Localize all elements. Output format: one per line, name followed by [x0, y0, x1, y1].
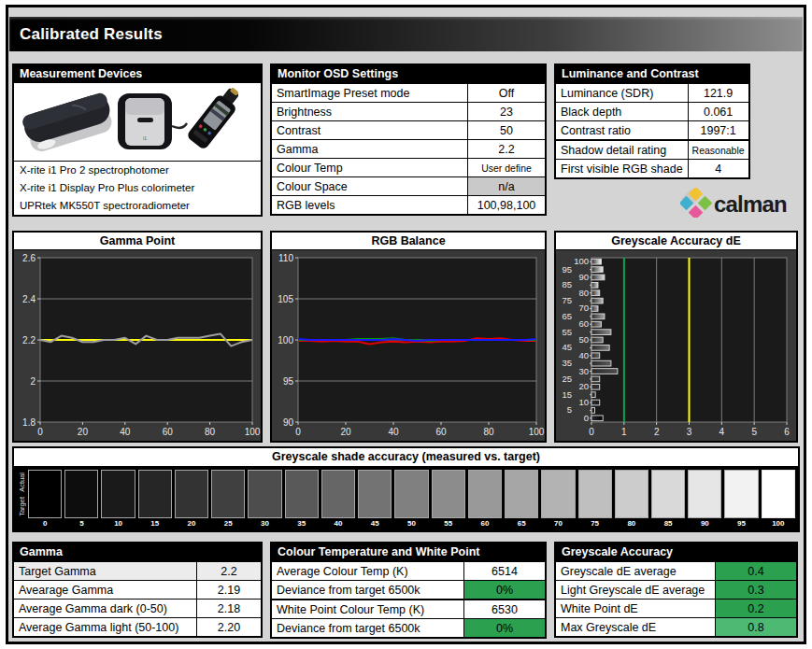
row-label: SmartImage Preset mode [272, 84, 467, 102]
greyscale-de-chart-title: Greyscale Accuracy dE [556, 233, 796, 250]
greyscale-strip: Actual Target 05101520253035404550556065… [14, 467, 798, 530]
row-value: 0.2 [715, 600, 796, 617]
table-row: Average Colour Temp (K)6514 [272, 561, 545, 580]
row-value: 0.8 [715, 618, 796, 636]
row-label: Light Greyscale dE average [556, 581, 715, 599]
svg-text:65: 65 [562, 311, 572, 321]
greyscale-patch-5: 5 [64, 470, 98, 529]
row-label: Shadow detail rating [556, 141, 688, 159]
svg-text:0: 0 [584, 413, 589, 423]
table-row: First visible RGB shade4 [556, 159, 748, 177]
patch-swatch [394, 470, 428, 518]
svg-text:40: 40 [388, 427, 399, 437]
row-label: Deviance from target 6500k [272, 581, 463, 599]
patch-swatch [248, 470, 281, 518]
rgb-balance-chart-title: RGB Balance [272, 233, 545, 250]
i1display-device-icon: i1 [118, 93, 187, 149]
svg-text:2: 2 [654, 427, 660, 437]
greyscale-patch-80: 80 [615, 470, 648, 529]
row-label: Average Colour Temp (K) [272, 562, 463, 580]
greyscale-patch-90: 90 [688, 470, 721, 529]
gamma-point-chart-panel: Gamma Point 1.822.22.42.6020406080100 [12, 231, 263, 443]
de-bar-80 [591, 290, 600, 296]
svg-text:0: 0 [589, 427, 594, 437]
row-label: Colour Temp [272, 159, 467, 176]
row-value: 2.2 [467, 140, 545, 158]
de-bar-35 [591, 360, 611, 366]
greyscale-accuracy-de-svg: 0123456051015202530354045505560657075808… [556, 250, 796, 441]
svg-text:100: 100 [529, 427, 545, 437]
greyscale-patch-15: 15 [138, 470, 172, 529]
de-bar-75 [591, 298, 603, 303]
de-bar-0 [591, 416, 603, 421]
row-value: 0% [463, 581, 545, 599]
de-bar-45 [591, 346, 609, 351]
greyscale-strip-panel: Greyscale shade accuracy (measured vs. t… [12, 446, 800, 532]
de-bar-50 [591, 337, 603, 343]
row-value: 0.061 [688, 103, 748, 120]
patch-swatch [505, 470, 538, 518]
patch-swatch [578, 470, 612, 518]
row-label: Brightness [272, 103, 467, 120]
row-value: 23 [467, 103, 545, 120]
patch-swatch [762, 470, 795, 518]
strip-row-labels: Actual Target [16, 470, 28, 518]
svg-text:1: 1 [621, 427, 627, 437]
de-bar-20 [591, 384, 600, 389]
svg-text:55: 55 [562, 327, 572, 337]
gamma-point-svg: 1.822.22.42.6020406080100 [14, 250, 261, 441]
row-label: Gamma [272, 140, 467, 158]
strip-target-label: Target [16, 497, 28, 516]
row-label: Contrast ratio [556, 121, 688, 139]
patch-value-label: 45 [358, 518, 392, 529]
colour-temp-panel: Colour Temperature and White Point Avera… [270, 542, 547, 639]
svg-text:90: 90 [578, 272, 589, 282]
patch-value-label: 0 [28, 518, 62, 529]
report-page: Calibrated Results Measurement Devices [6, 5, 806, 644]
row-label: Average Gamma dark (0-50) [14, 600, 196, 617]
patch-swatch [724, 470, 758, 518]
svg-text:4: 4 [719, 427, 725, 437]
de-bar-95 [591, 267, 603, 273]
greyscale-patch-0: 0 [28, 470, 62, 529]
measurement-devices-header: Measurement Devices [14, 65, 261, 83]
device-name: UPRtek MK550T spectroradiometer [14, 197, 261, 215]
strip-actual-label: Actual [16, 473, 28, 492]
rgb-balance-chart-panel: RGB Balance 9095100105110020406080100 [270, 231, 547, 443]
colour-temp-header: Colour Temperature and White Point [272, 543, 545, 561]
row-value: User define [467, 159, 545, 176]
measurement-devices-panel: Measurement Devices [12, 63, 263, 217]
svg-text:95: 95 [283, 376, 294, 387]
patch-swatch [138, 470, 172, 518]
row-label: Max Greyscale dE [556, 618, 715, 636]
de-bar-10 [591, 400, 600, 405]
row-value: 0.4 [715, 562, 796, 580]
greyscale-summary-panel: Greyscale Accuracy Greyscale dE average0… [554, 542, 798, 638]
svg-text:105: 105 [278, 294, 293, 304]
table-row: Shadow detail ratingReasonable [556, 139, 748, 159]
patch-value-label: 20 [175, 518, 208, 529]
calman-logo-mark [680, 188, 712, 218]
greyscale-patch-10: 10 [101, 470, 135, 529]
table-row: Average Gamma dark (0-50)2.18 [14, 599, 261, 617]
table-row: RGB levels100,98,100 [272, 195, 545, 214]
patch-value-label: 90 [688, 518, 721, 529]
greyscale-patch-40: 40 [321, 470, 355, 529]
page-title: Calibrated Results [20, 25, 163, 44]
monitor-osd-panel: Monitor OSD Settings SmartImage Preset m… [270, 63, 547, 216]
table-row: Gamma2.2 [272, 139, 545, 158]
patch-swatch [101, 470, 135, 518]
greyscale-patch-35: 35 [285, 470, 319, 529]
patch-swatch [651, 470, 685, 518]
patch-value-label: 55 [432, 518, 465, 529]
greyscale-de-chart: 0123456051015202530354045505560657075808… [556, 250, 796, 441]
patch-value-label: 40 [321, 518, 355, 529]
de-bar-100 [591, 259, 601, 264]
table-row: Avearage Gamma2.19 [14, 580, 261, 599]
svg-text:i1: i1 [143, 135, 147, 141]
patch-value-label: 5 [64, 518, 98, 529]
greyscale-patch-70: 70 [541, 470, 575, 529]
svg-text:45: 45 [562, 342, 572, 352]
luminance-table: Luminance (SDR)121.9Black depth0.061Cont… [556, 83, 748, 177]
table-row: Contrast50 [272, 120, 545, 139]
